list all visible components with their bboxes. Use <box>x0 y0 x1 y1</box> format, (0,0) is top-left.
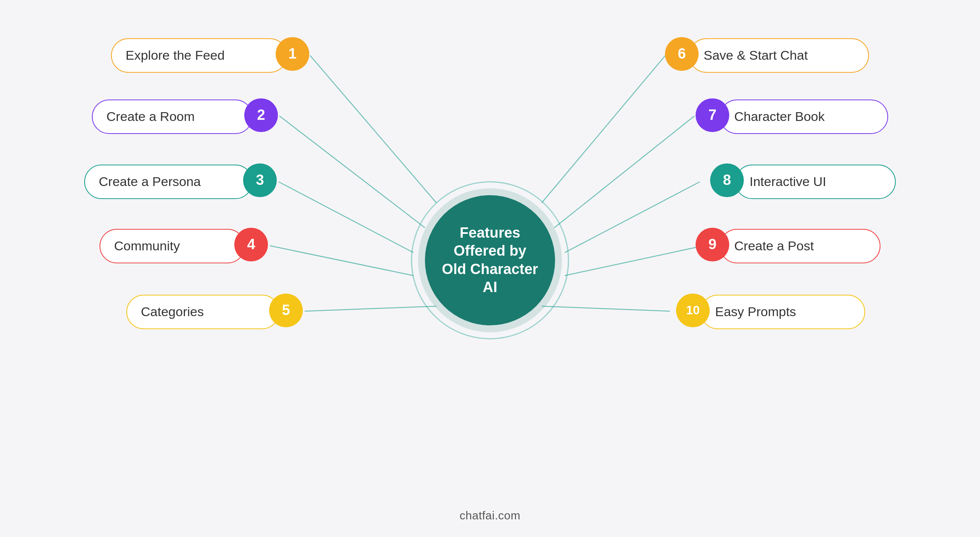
pill-interactive-ui: Interactive UI <box>735 165 896 199</box>
pill-easy-prompts: Easy Prompts <box>701 295 865 329</box>
svg-line-3 <box>279 182 413 253</box>
label-save-start-chat: Save & Start Chat <box>704 48 808 63</box>
label-community: Community <box>114 238 180 253</box>
badge-5: 5 <box>269 294 303 327</box>
label-character-book: Character Book <box>734 109 825 124</box>
badge-8: 8 <box>710 163 744 197</box>
svg-line-4 <box>270 246 413 276</box>
label-create-post: Create a Post <box>734 238 814 253</box>
svg-line-2 <box>279 116 425 228</box>
center-circle: FeaturesOffered byOld CharacterAI <box>425 195 555 325</box>
pill-create-post: Create a Post <box>720 229 880 263</box>
diagram-container: FeaturesOffered byOld CharacterAI Explor… <box>69 15 911 505</box>
pill-create-room: Create a Room <box>92 100 253 134</box>
svg-line-8 <box>565 182 700 253</box>
svg-line-9 <box>565 246 704 276</box>
pill-character-book: Character Book <box>720 100 888 134</box>
pill-community: Community <box>100 229 245 263</box>
center-circle-text: FeaturesOffered byOld CharacterAI <box>434 216 546 304</box>
badge-10: 10 <box>676 294 710 327</box>
label-create-persona: Create a Persona <box>99 174 201 189</box>
pill-save-start-chat: Save & Start Chat <box>689 38 869 73</box>
badge-2: 2 <box>244 98 278 132</box>
pill-explore-feed: Explore the Feed <box>111 38 287 73</box>
badge-4: 4 <box>234 228 268 261</box>
pill-create-persona: Create a Persona <box>84 165 253 199</box>
pill-categories: Categories <box>126 295 279 329</box>
badge-6: 6 <box>665 37 699 71</box>
badge-7: 7 <box>696 98 729 132</box>
label-create-room: Create a Room <box>106 109 195 124</box>
svg-line-6 <box>542 55 665 203</box>
svg-line-10 <box>542 306 670 311</box>
svg-line-7 <box>554 116 694 228</box>
svg-line-1 <box>310 55 436 203</box>
svg-line-5 <box>305 306 436 311</box>
label-interactive-ui: Interactive UI <box>750 174 826 189</box>
badge-9: 9 <box>696 228 729 261</box>
label-easy-prompts: Easy Prompts <box>715 304 796 319</box>
badge-1: 1 <box>276 37 309 71</box>
badge-3: 3 <box>243 163 277 197</box>
label-explore-feed: Explore the Feed <box>126 48 225 63</box>
label-categories: Categories <box>141 304 204 319</box>
footer-url: chatfai.com <box>460 509 521 522</box>
